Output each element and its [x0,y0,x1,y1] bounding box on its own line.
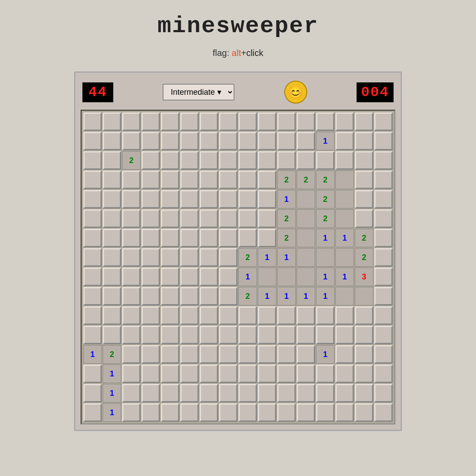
cell-173[interactable] [335,306,354,325]
cell-144[interactable] [83,287,102,305]
cell-180[interactable] [161,326,179,344]
cell-26[interactable] [277,132,296,150]
cell-91[interactable] [297,209,315,228]
cell-104[interactable] [238,229,257,247]
cell-44[interactable] [316,151,335,170]
cell-231[interactable] [219,384,238,402]
cell-151[interactable] [219,287,238,305]
difficulty-select[interactable]: Intermediate ▾ Beginner Expert [163,84,234,100]
cell-62[interactable] [355,171,373,189]
cell-43[interactable] [297,151,315,170]
cell-33[interactable] [103,151,121,170]
cell-42[interactable] [277,151,296,170]
cell-17[interactable] [103,132,121,150]
cell-252[interactable] [316,403,335,422]
cell-103[interactable] [219,229,238,247]
cell-208[interactable] [83,364,102,383]
cell-199[interactable] [219,345,238,364]
cell-81[interactable] [103,209,121,228]
cell-0[interactable] [83,112,102,131]
cell-73[interactable] [258,190,276,208]
cell-191[interactable] [374,326,393,344]
cell-48[interactable] [83,171,102,189]
cell-16[interactable] [83,132,102,150]
cell-219[interactable] [297,364,315,383]
cell-53[interactable] [180,171,199,189]
cell-35[interactable] [141,151,160,170]
cell-183[interactable] [219,326,238,344]
cell-150[interactable] [200,287,218,305]
cell-121[interactable]: 1 [258,248,276,267]
cell-67[interactable] [141,190,160,208]
cell-181[interactable] [180,326,199,344]
cell-28[interactable]: 1 [316,132,335,150]
cell-196[interactable] [161,345,179,364]
cell-135[interactable] [219,268,238,286]
cell-124[interactable] [316,248,335,267]
cell-247[interactable] [219,403,238,422]
cell-125[interactable] [335,248,354,267]
cell-143[interactable] [374,268,393,286]
cell-185[interactable] [258,326,276,344]
cell-187[interactable] [297,326,315,344]
cell-235[interactable] [297,384,315,402]
cell-2[interactable] [122,112,141,131]
cell-210[interactable] [122,364,141,383]
cell-140[interactable]: 1 [316,268,335,286]
cell-32[interactable] [83,151,102,170]
cell-193[interactable]: 2 [103,345,121,364]
cell-255[interactable] [374,403,393,422]
cell-249[interactable] [258,403,276,422]
cell-251[interactable] [297,403,315,422]
cell-49[interactable] [103,171,121,189]
cell-169[interactable] [258,306,276,325]
cell-165[interactable] [180,306,199,325]
cell-200[interactable] [238,345,257,364]
cell-234[interactable] [277,384,296,402]
cell-30[interactable] [355,132,373,150]
cell-76[interactable]: 2 [316,190,335,208]
cell-96[interactable] [83,229,102,247]
cell-233[interactable] [258,384,276,402]
cell-57[interactable] [258,171,276,189]
cell-198[interactable] [200,345,218,364]
cell-215[interactable] [219,364,238,383]
cell-162[interactable] [122,306,141,325]
cell-254[interactable] [355,403,373,422]
cell-84[interactable] [161,209,179,228]
cell-86[interactable] [200,209,218,228]
cell-217[interactable] [258,364,276,383]
cell-223[interactable] [374,364,393,383]
cell-227[interactable] [141,384,160,402]
cell-119[interactable] [219,248,238,267]
cell-116[interactable] [161,248,179,267]
cell-13[interactable] [335,112,354,131]
cell-159[interactable] [374,287,393,305]
smiley-button[interactable]: 😊 [284,81,307,104]
cell-22[interactable] [200,132,218,150]
cell-88[interactable] [238,209,257,228]
cell-218[interactable] [277,364,296,383]
cell-152[interactable]: 2 [238,287,257,305]
cell-20[interactable] [161,132,179,150]
cell-133[interactable] [180,268,199,286]
cell-90[interactable]: 2 [277,209,296,228]
cell-147[interactable] [141,287,160,305]
cell-83[interactable] [141,209,160,228]
cell-1[interactable] [103,112,121,131]
cell-50[interactable] [122,171,141,189]
cell-120[interactable]: 2 [238,248,257,267]
cell-202[interactable] [277,345,296,364]
cell-109[interactable]: 1 [335,229,354,247]
cell-250[interactable] [277,403,296,422]
cell-97[interactable] [103,229,121,247]
cell-142[interactable]: 3 [355,268,373,286]
cell-164[interactable] [161,306,179,325]
cell-137[interactable] [258,268,276,286]
cell-63[interactable] [374,171,393,189]
cell-216[interactable] [238,364,257,383]
cell-226[interactable] [122,384,141,402]
cell-209[interactable]: 1 [103,364,121,383]
cell-110[interactable]: 2 [355,229,373,247]
cell-237[interactable] [335,384,354,402]
